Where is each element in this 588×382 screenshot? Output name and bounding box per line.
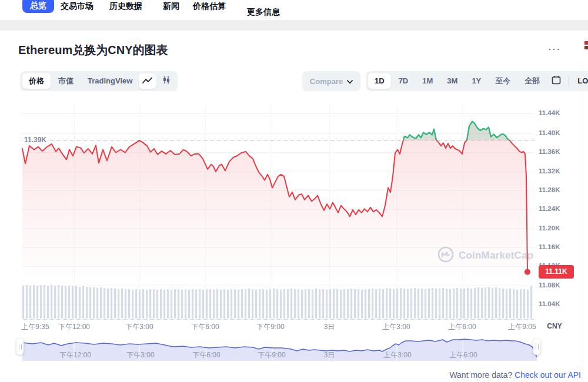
tab-news[interactable]: 新闻 [163,0,179,14]
x-axis-tick: 下午12:00 [58,322,90,332]
range-3m[interactable]: 3M [440,73,464,89]
y-axis-tick: 11.36K [539,148,560,155]
compare-dropdown[interactable]: Compare [302,71,360,91]
line-chart-icon [142,76,153,86]
ethereum-chart-page: 总览 交易市场 历史数据 新闻 价格估算 更多信息 Ethereum兑换为CNY… [0,0,588,382]
selector-time-label: 上午3:00 [383,350,411,360]
y-gridline [22,304,534,305]
selector-time-label: 3日 [324,350,335,360]
x-axis-tick: 上午9:35 [21,322,49,332]
x-axis-tick: 上午3:00 [382,322,410,332]
y-axis-tick: 11.08K [539,282,560,289]
section-divider-band [0,20,588,31]
log-scale-button[interactable]: LOG [573,73,588,89]
last-price-badge: 11.11K [539,265,574,279]
y-gridline [22,172,534,172]
x-gridline [74,105,75,319]
x-axis-tick: 下午9:00 [256,322,284,332]
above-baseline-green-fill [467,122,509,140]
x-gridline [329,105,330,319]
tab-markets[interactable]: 交易市场 [61,0,93,14]
selector-time-label: 下午3:00 [126,350,154,360]
calendar-icon [552,75,561,87]
compare-label: Compare [310,77,343,86]
api-promo: Want more data? Check out our API [449,370,581,380]
range-1y[interactable]: 1Y [465,73,487,89]
candlestick-chart-icon [162,76,171,86]
more-options-button[interactable]: ··· [549,45,562,53]
tab-historical-data[interactable]: 历史数据 [109,0,142,14]
selector-time-label: 下午6:00 [192,350,220,360]
page-title: Ethereum兑换为CNY的图表 [18,42,168,58]
x-gridline [270,105,271,319]
currency-axis-label: CNY [547,322,562,330]
chart-type-toggle-group [136,71,178,91]
y-axis-tick: 11.24K [539,205,560,212]
x-axis-dotted-line [22,319,534,320]
baseline-dotted-line [22,140,534,140]
api-link[interactable]: Check out our API [514,370,581,380]
tab-more-info[interactable]: 更多信息 [247,4,280,19]
tab-price-estimates[interactable]: 价格估算 [193,0,226,14]
range-selector-right-handle[interactable] [533,339,540,355]
selector-time-label: 下午9:00 [258,350,285,360]
y-gridline [22,113,534,114]
x-axis-tick: 上午6:00 [448,322,476,332]
y-gridline [22,266,534,267]
x-axis-tick: 下午6:00 [191,322,219,332]
baseline-price-label: 11.39K [22,136,48,144]
coinmarketcap-logo-icon [437,246,454,265]
metric-toggle-group: 价格 市值 TradingView [20,71,141,91]
tab-overview[interactable]: 总览 [22,0,54,13]
line-chart-button[interactable] [139,73,156,89]
last-price-dot [524,269,530,275]
tab-price[interactable]: 价格 [22,73,51,89]
range-toggle-group: 1D 7D 1M 3M 1Y 至今 全部 LOG [366,71,588,91]
x-gridline [396,105,397,319]
calendar-button[interactable] [547,73,565,89]
coinmarketcap-watermark: CoinMarketCap [437,246,533,265]
range-selector-left-handle[interactable] [16,339,24,355]
price-line-green-segment [467,122,509,140]
x-axis-tick: 3日 [324,322,335,332]
price-line-green-segment [403,129,436,140]
above-baseline-green-fill [403,129,436,140]
y-gridline [22,229,534,229]
y-axis-tick: 11.28K [539,186,560,193]
x-axis-tick: 上午9:05 [508,322,536,332]
clipped-sidebar-content [584,41,588,51]
range-1d[interactable]: 1D [368,73,391,89]
selector-time-label: 上午6:00 [449,350,477,360]
tab-market-cap[interactable]: 市值 [52,73,80,89]
x-gridline [139,105,140,319]
toolbar-divider [569,76,569,86]
y-axis-tick: 11.32K [539,167,560,175]
range-7d[interactable]: 7D [392,73,415,89]
y-axis-tick: 11.20K [539,224,560,232]
range-1m[interactable]: 1M [416,73,439,89]
api-promo-text: Want more data? [449,370,512,380]
chevron-down-icon [347,77,353,86]
volume-bars [22,285,532,319]
x-gridline [462,105,463,319]
candlestick-chart-button[interactable] [158,73,175,89]
x-axis-tick: 下午3:00 [125,322,153,332]
y-gridline [22,190,534,191]
range-all[interactable]: 全部 [518,73,546,89]
y-gridline [22,209,534,210]
range-ytd[interactable]: 至今 [489,73,517,89]
y-axis-tick: 11.44K [539,109,560,116]
x-gridline [205,105,206,319]
panel-divider [583,62,583,382]
tab-tradingview[interactable]: TradingView [81,73,139,89]
y-gridline [22,133,534,134]
y-axis-tick: 11.40K [539,129,560,136]
y-axis-tick: 11.16K [539,243,560,250]
watermark-text: CoinMarketCap [459,250,533,262]
y-gridline [22,286,534,286]
selector-time-label: 下午12:00 [59,350,91,360]
y-gridline [22,152,534,153]
y-axis-tick: 11.04K [539,300,560,307]
